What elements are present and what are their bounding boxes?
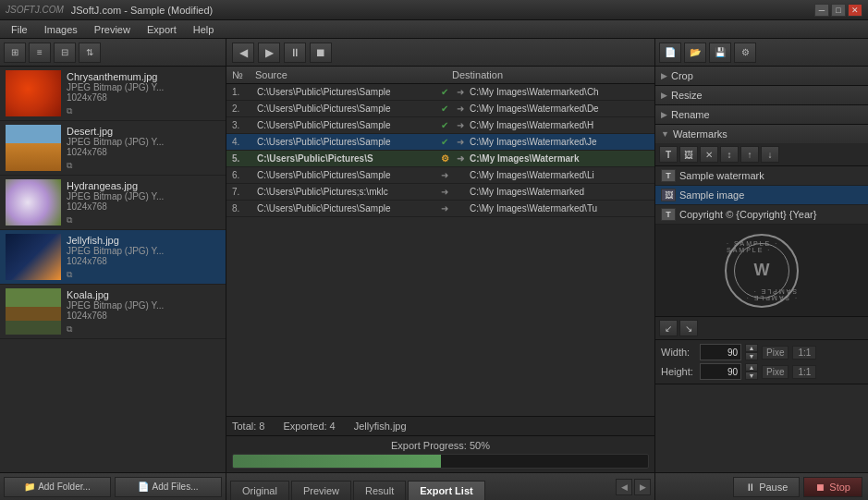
height-decrement-button[interactable]: ▼ xyxy=(745,372,758,380)
move-watermark-button[interactable]: ↕ xyxy=(720,146,739,163)
table-row[interactable]: 3. C:\Users\Public\Pictures\Sample ✔ ➜ C… xyxy=(226,117,654,134)
table-header: № Source Destination xyxy=(226,67,654,84)
crop-chevron-icon: ▶ xyxy=(661,71,667,80)
rename-section-header[interactable]: ▶ Rename xyxy=(655,105,868,124)
menu-help[interactable]: Help xyxy=(186,22,222,37)
pause-nav-button[interactable]: ⏸ xyxy=(284,43,306,63)
minimize-button[interactable]: ─ xyxy=(814,4,829,17)
list-item[interactable]: Koala.jpg JPEG Bitmap (JPG) Y... 1024x76… xyxy=(0,285,226,339)
file-type: JPEG Bitmap (JPG) Y... xyxy=(67,82,220,92)
prev-button[interactable]: ◀ xyxy=(232,43,254,63)
menu-file[interactable]: File xyxy=(4,22,35,37)
height-input[interactable] xyxy=(700,363,741,380)
status-done-icon: ✔ xyxy=(438,120,451,130)
height-label: Height: xyxy=(661,366,696,377)
list-item[interactable]: Jellyfish.jpg JPEG Bitmap (JPG) Y... 102… xyxy=(0,230,226,285)
progress-bar xyxy=(232,454,649,469)
stop-button[interactable]: ⏹ Stop xyxy=(803,477,862,497)
watermark-item[interactable]: T Copyright © {Copyright} {Year} xyxy=(655,205,868,225)
height-increment-button[interactable]: ▲ xyxy=(745,363,758,372)
row-source: C:\Users\Public\Pictures\Sample xyxy=(257,170,436,180)
row-dest: C:\My Images\Watermark xyxy=(470,153,649,164)
width-increment-button[interactable]: ▲ xyxy=(745,344,758,352)
maximize-button[interactable]: □ xyxy=(831,4,846,17)
width-label: Width: xyxy=(661,347,696,358)
col-source-header: Source xyxy=(255,69,452,80)
tab-preview[interactable]: Preview xyxy=(291,481,351,500)
resize-chevron-icon: ▶ xyxy=(661,91,667,100)
preview-tool-2[interactable]: ↘ xyxy=(679,320,698,336)
table-row[interactable]: 4. C:\Users\Public\Pictures\Sample ✔ ➜ C… xyxy=(226,134,654,151)
crop-section-header[interactable]: ▶ Crop xyxy=(655,67,868,85)
delete-watermark-button[interactable]: ✕ xyxy=(700,146,718,163)
watermark-circle-top-text: · SAMPLE · SAMPLE · xyxy=(727,240,797,253)
add-folder-button[interactable]: 📁 Add Folder... xyxy=(4,477,111,497)
sort-button[interactable]: ⇅ xyxy=(79,43,101,63)
watermark-item[interactable]: 🖼 Sample image xyxy=(655,186,868,205)
copy-icon: ⧉ xyxy=(67,324,72,334)
new-document-button[interactable]: 📄 xyxy=(659,43,681,63)
width-ratio-button[interactable]: 1:1 xyxy=(792,346,816,360)
open-file-button[interactable]: 📂 xyxy=(684,43,706,63)
table-row[interactable]: 2. C:\Users\Public\Pictures\Sample ✔ ➜ C… xyxy=(226,101,654,117)
file-thumbnail xyxy=(6,288,61,335)
row-dest: C:\My Images\Watermarked\Je xyxy=(470,137,649,147)
row-number: 1. xyxy=(232,87,255,97)
resize-section-header[interactable]: ▶ Resize xyxy=(655,86,868,104)
export-table: 1. C:\Users\Public\Pictures\Sample ✔ ➜ C… xyxy=(226,84,654,416)
width-input[interactable] xyxy=(700,344,741,360)
watermarks-section-header[interactable]: ▼ Watermarks xyxy=(655,125,868,143)
pause-icon: ⏸ xyxy=(745,482,755,493)
list-item[interactable]: Hydrangeas.jpg JPEG Bitmap (JPG) Y... 10… xyxy=(0,176,226,230)
play-button[interactable]: ▶ xyxy=(258,43,280,63)
file-info: Hydrangeas.jpg JPEG Bitmap (JPG) Y... 10… xyxy=(67,180,220,226)
tab-nav-left[interactable]: ◀ xyxy=(616,479,632,495)
left-bottom-toolbar: 📁 Add Folder... 📄 Add Files... xyxy=(0,472,226,500)
detail-view-button[interactable]: ⊟ xyxy=(54,43,76,63)
table-row[interactable]: 6. C:\Users\Public\Pictures\Sample ➜ C:\… xyxy=(226,167,654,184)
tab-nav-right[interactable]: ▶ xyxy=(634,479,651,495)
list-item[interactable]: Chrysanthemum.jpg JPEG Bitmap (JPG) Y...… xyxy=(0,67,226,121)
menu-export[interactable]: Export xyxy=(140,22,184,37)
watermark-item[interactable]: T Sample watermark xyxy=(655,166,868,186)
add-text-watermark-button[interactable]: T xyxy=(659,146,678,163)
close-button[interactable]: ✕ xyxy=(848,4,862,17)
thumbnail-view-button[interactable]: ⊞ xyxy=(4,43,26,63)
file-name: Jellyfish.jpg xyxy=(67,235,220,246)
row-source: C:\Users\Public\Pictures\Sample xyxy=(257,137,436,147)
table-row[interactable]: 7. C:\Users\Public\Pictures;s:\mklc ➜ C:… xyxy=(226,184,654,201)
rename-chevron-icon: ▶ xyxy=(661,110,667,119)
height-ratio-button[interactable]: 1:1 xyxy=(792,365,816,379)
crop-section-label: Crop xyxy=(671,70,693,81)
settings-button[interactable]: ⚙ xyxy=(734,43,756,63)
table-row[interactable]: 1. C:\Users\Public\Pictures\Sample ✔ ➜ C… xyxy=(226,84,654,101)
list-view-button[interactable]: ≡ xyxy=(29,43,51,63)
watermark-preview: · SAMPLE · SAMPLE · W · SAMPLE · SAMPLE … xyxy=(655,225,868,317)
add-files-button[interactable]: 📄 Add Files... xyxy=(115,477,222,497)
row-number: 7. xyxy=(232,187,255,197)
table-row[interactable]: 8. C:\Users\Public\Pictures\Sample ➜ C:\… xyxy=(226,201,654,217)
stop-nav-button[interactable]: ⏹ xyxy=(310,43,332,63)
move-up-watermark-button[interactable]: ↑ xyxy=(740,146,759,163)
title-text: JSoftJ.com - Sample (Modified) xyxy=(71,5,213,16)
menu-images[interactable]: Images xyxy=(37,22,85,37)
pause-button[interactable]: ⏸ Pause xyxy=(733,477,800,497)
center-toolbar: ◀ ▶ ⏸ ⏹ xyxy=(226,39,654,67)
tab-result[interactable]: Result xyxy=(353,481,406,500)
menu-preview[interactable]: Preview xyxy=(87,22,138,37)
table-status-bar: Total: 8 Exported: 4 Jellyfish.jpg xyxy=(226,416,654,436)
right-panel: 📄 📂 💾 ⚙ ▶ Crop ▶ Resize xyxy=(655,39,868,500)
move-down-watermark-button[interactable]: ↓ xyxy=(761,146,779,163)
file-info: Koala.jpg JPEG Bitmap (JPG) Y... 1024x76… xyxy=(67,289,220,335)
table-row[interactable]: 5. C:\Users\Public\Pictures\S ⚙ ➜ C:\My … xyxy=(226,151,654,167)
preview-tool-1[interactable]: ↙ xyxy=(659,320,678,336)
file-type: JPEG Bitmap (JPG) Y... xyxy=(67,137,220,147)
list-item[interactable]: Desert.jpg JPEG Bitmap (JPG) Y... 1024x7… xyxy=(0,121,226,176)
width-decrement-button[interactable]: ▼ xyxy=(745,352,758,360)
status-arrow-icon: ➜ xyxy=(438,203,451,213)
tab-export-list[interactable]: Export List xyxy=(408,481,484,500)
add-image-watermark-button[interactable]: 🖼 xyxy=(679,146,698,163)
save-file-button[interactable]: 💾 xyxy=(709,43,731,63)
resize-section: ▶ Resize xyxy=(655,86,868,105)
tab-original[interactable]: Original xyxy=(230,481,289,500)
